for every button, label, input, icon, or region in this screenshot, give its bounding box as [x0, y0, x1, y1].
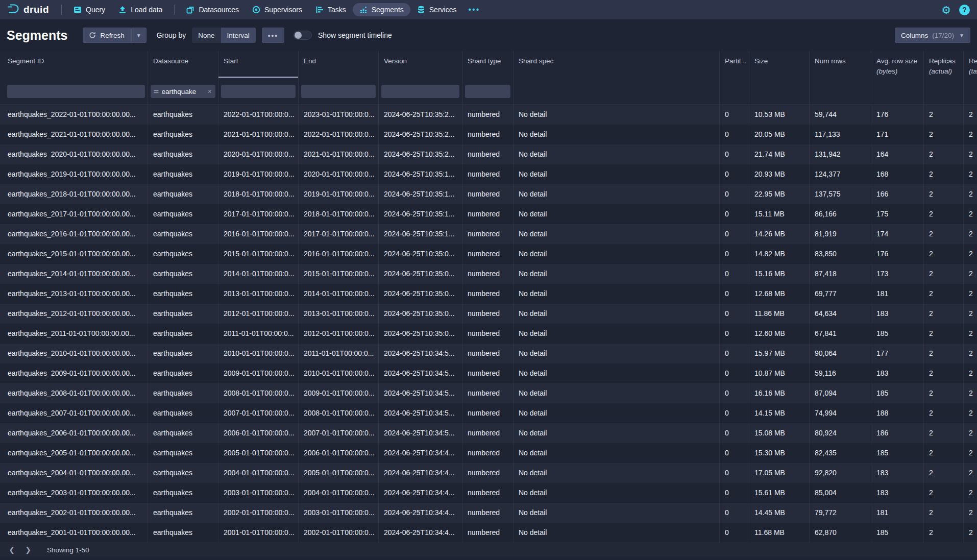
- segment-timeline-toggle[interactable]: [294, 31, 312, 40]
- column-header-end[interactable]: End: [299, 51, 379, 78]
- column-header-num-rows[interactable]: Num rows: [810, 51, 871, 78]
- cell-num-rows: 85,004: [810, 483, 871, 503]
- column-header-segment-id[interactable]: Segment ID: [0, 51, 148, 78]
- table-row[interactable]: earthquakes_2005-01-01T00:00:00.00... ea…: [0, 443, 977, 463]
- column-header-datasource[interactable]: Datasource: [148, 51, 218, 78]
- cell-segment-id: earthquakes_2008-01-01T00:00:00.00...: [0, 383, 148, 403]
- previous-page-button[interactable]: ❮: [5, 544, 18, 555]
- next-page-button[interactable]: ❯: [21, 544, 35, 555]
- cell-start: 2008-01-01T00:00:0...: [218, 383, 299, 403]
- cell-avg-row-size: 186: [871, 423, 924, 443]
- column-header-version[interactable]: Version: [379, 51, 462, 78]
- cell-segment-id: earthquakes_2006-01-01T00:00:00.00...: [0, 423, 148, 443]
- cell-end: 2002-01-01T00:00:0...: [299, 523, 379, 543]
- column-header-start[interactable]: Start: [218, 51, 299, 78]
- version-filter-input[interactable]: [381, 85, 459, 98]
- nav-item-query[interactable]: Query: [67, 3, 112, 16]
- table-row[interactable]: earthquakes_2019-01-01T00:00:00.00... ea…: [0, 164, 977, 184]
- segment-id-filter-input[interactable]: [7, 85, 145, 98]
- cell-replication-factor: 2: [964, 184, 977, 204]
- table-row[interactable]: earthquakes_2012-01-01T00:00:00.00... ea…: [0, 304, 977, 324]
- cell-version: 2024-06-25T10:35:2...: [379, 125, 462, 144]
- table-row[interactable]: earthquakes_2001-01-01T00:00:00.00... ea…: [0, 523, 977, 543]
- column-header-label: Replication factor: [969, 57, 977, 65]
- clear-filter-icon[interactable]: ×: [207, 87, 212, 95]
- shard-type-filter-input[interactable]: [465, 85, 510, 98]
- cell-segment-id: earthquakes_2010-01-01T00:00:00.00...: [0, 344, 148, 363]
- cell-replication-factor: 2: [964, 224, 977, 244]
- column-header-replication-factor[interactable]: Replication factor (target): [964, 51, 977, 78]
- nav-item-datasources[interactable]: Datasources: [180, 3, 246, 16]
- table-row[interactable]: earthquakes_2004-01-01T00:00:00.00... ea…: [0, 463, 977, 483]
- cell-avg-row-size: 185: [871, 383, 924, 403]
- segment-timeline-label: Show segment timeline: [318, 31, 392, 39]
- filter-operator-icon: =: [154, 88, 159, 95]
- nav-item-supervisors[interactable]: Supervisors: [246, 3, 309, 16]
- druid-logo[interactable]: druid: [7, 3, 49, 16]
- gear-icon[interactable]: ⚙: [941, 5, 951, 15]
- table-row[interactable]: earthquakes_2018-01-01T00:00:00.00... ea…: [0, 184, 977, 204]
- table-row[interactable]: earthquakes_2007-01-01T00:00:00.00... ea…: [0, 403, 977, 423]
- cell-start: 2012-01-01T00:00:0...: [218, 304, 299, 324]
- more-options-button[interactable]: •••: [262, 28, 284, 43]
- table-row[interactable]: earthquakes_2011-01-01T00:00:00.00... ea…: [0, 324, 977, 344]
- help-icon[interactable]: ?: [959, 5, 970, 15]
- cell-segment-id: earthquakes_2015-01-01T00:00:00.00...: [0, 244, 148, 264]
- app-title: druid: [23, 4, 49, 15]
- table-row[interactable]: earthquakes_2021-01-01T00:00:00.00... ea…: [0, 125, 977, 144]
- column-header-label: Avg. row size: [876, 57, 917, 65]
- cell-segment-id: earthquakes_2016-01-01T00:00:00.00...: [0, 224, 148, 244]
- column-header-avg-row-size[interactable]: Avg. row size (bytes): [871, 51, 924, 78]
- column-header-size[interactable]: Size: [749, 51, 810, 78]
- cell-size: 15.30 MB: [749, 443, 810, 463]
- table-row[interactable]: earthquakes_2020-01-01T00:00:00.00... ea…: [0, 144, 977, 164]
- table-row[interactable]: earthquakes_2010-01-01T00:00:00.00... ea…: [0, 344, 977, 363]
- table-row[interactable]: earthquakes_2013-01-01T00:00:00.00... ea…: [0, 284, 977, 304]
- table-row[interactable]: earthquakes_2015-01-01T00:00:00.00... ea…: [0, 244, 977, 264]
- table-body: earthquakes_2022-01-01T00:00:00.00... ea…: [0, 105, 977, 543]
- cell-shard-spec: No detail: [514, 184, 720, 204]
- datasource-filter-input[interactable]: = earthquake ×: [151, 85, 215, 98]
- table-row[interactable]: earthquakes_2014-01-01T00:00:00.00... ea…: [0, 264, 977, 284]
- table-row[interactable]: earthquakes_2002-01-01T00:00:00.00... ea…: [0, 503, 977, 523]
- cell-shard-type: numbered: [462, 105, 514, 125]
- cell-partition: 0: [720, 383, 749, 403]
- nav-more-button[interactable]: •••: [463, 5, 485, 14]
- table-row[interactable]: earthquakes_2003-01-01T00:00:00.00... ea…: [0, 483, 977, 503]
- cell-size: 14.26 MB: [749, 224, 810, 244]
- column-header-replicas[interactable]: Replicas (actual): [924, 51, 964, 78]
- cell-version: 2024-06-25T10:34:4...: [379, 523, 462, 543]
- cell-shard-type: numbered: [462, 423, 514, 443]
- table-row[interactable]: earthquakes_2017-01-01T00:00:00.00... ea…: [0, 204, 977, 224]
- nav-item-services[interactable]: Services: [410, 3, 463, 16]
- cell-start: 2002-01-01T00:00:0...: [218, 503, 299, 523]
- cell-replicas: 2: [924, 224, 964, 244]
- cell-replicas: 2: [924, 324, 964, 344]
- cell-version: 2024-06-25T10:35:0...: [379, 304, 462, 324]
- refresh-caret-button[interactable]: ▼: [131, 28, 146, 43]
- column-header-shard-type[interactable]: Shard type: [462, 51, 514, 78]
- cell-size: 14.82 MB: [749, 244, 810, 264]
- start-filter-input[interactable]: [221, 85, 296, 98]
- table-row[interactable]: earthquakes_2022-01-01T00:00:00.00... ea…: [0, 105, 977, 125]
- table-row[interactable]: earthquakes_2006-01-01T00:00:00.00... ea…: [0, 423, 977, 443]
- cell-start: 2015-01-01T00:00:0...: [218, 244, 299, 264]
- column-header-shard-spec[interactable]: Shard spec: [514, 51, 720, 78]
- cell-replication-factor: 2: [964, 463, 977, 483]
- column-header-partition[interactable]: Partit...: [720, 51, 749, 78]
- cell-replicas: 2: [924, 503, 964, 523]
- columns-button[interactable]: Columns (17/20) ▼: [895, 28, 970, 43]
- table-row[interactable]: earthquakes_2016-01-01T00:00:00.00... ea…: [0, 224, 977, 244]
- nav-item-segments[interactable]: Segments: [353, 3, 410, 16]
- table-row[interactable]: earthquakes_2008-01-01T00:00:00.00... ea…: [0, 383, 977, 403]
- nav-item-tasks[interactable]: Tasks: [309, 3, 353, 16]
- cell-avg-row-size: 183: [871, 483, 924, 503]
- cell-version: 2024-06-25T10:34:5...: [379, 423, 462, 443]
- nav-item-load-data[interactable]: Load data: [112, 3, 169, 16]
- group-by-none-button[interactable]: None: [192, 28, 221, 43]
- table-row[interactable]: earthquakes_2009-01-01T00:00:00.00... ea…: [0, 363, 977, 383]
- cell-start: 2007-01-01T00:00:0...: [218, 403, 299, 423]
- end-filter-input[interactable]: [301, 85, 376, 98]
- refresh-button[interactable]: Refresh: [83, 28, 130, 43]
- group-by-interval-button[interactable]: Interval: [221, 28, 256, 43]
